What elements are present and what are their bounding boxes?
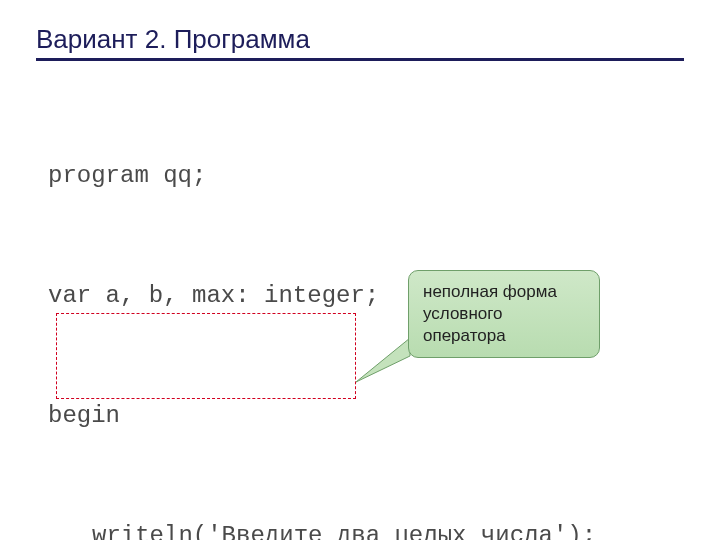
callout-tail bbox=[356, 332, 412, 388]
code-line-1: program qq; bbox=[48, 156, 596, 196]
code-line-3: begin bbox=[48, 396, 596, 436]
svg-marker-0 bbox=[356, 338, 410, 382]
title-rule bbox=[36, 58, 684, 61]
callout-box: неполная форма условного оператора bbox=[408, 270, 600, 358]
page-title: Вариант 2. Программа bbox=[36, 24, 310, 55]
code-line-4: writeln('Введите два целых числа'); bbox=[48, 516, 596, 540]
